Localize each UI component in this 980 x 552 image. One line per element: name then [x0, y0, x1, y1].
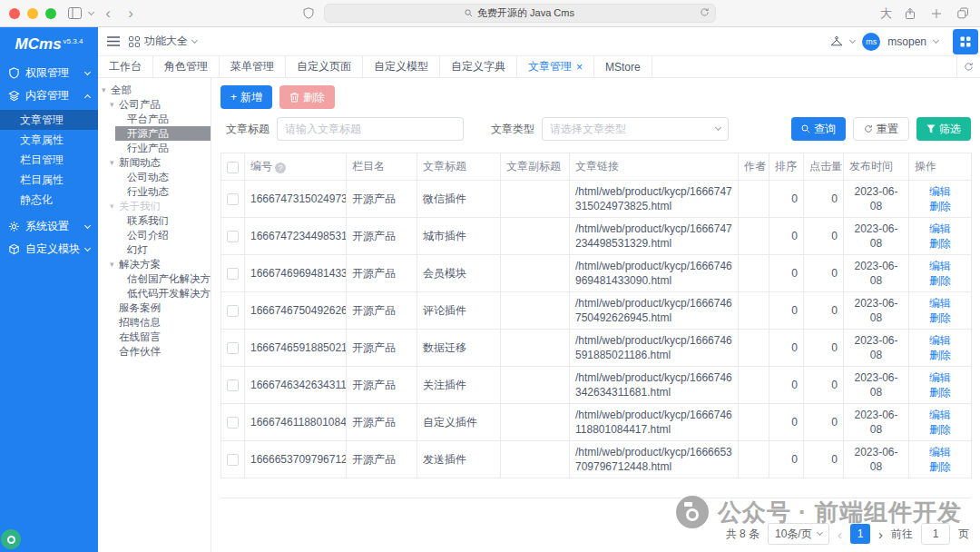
privacy-shield-icon[interactable]	[300, 5, 317, 23]
tree-node-平台产品[interactable]: 平台产品	[98, 112, 211, 126]
tab-自定义页面[interactable]: 自定义页面	[286, 56, 363, 77]
filter-button[interactable]: 筛选	[916, 117, 971, 141]
tab-自定义字典[interactable]: 自定义字典	[440, 56, 517, 77]
tree-node-行业动态[interactable]: 行业动态	[98, 184, 211, 199]
delete-link[interactable]: 删除	[929, 274, 951, 287]
tree-node-行业产品[interactable]: 行业产品	[98, 141, 211, 155]
tree-node-招聘信息[interactable]: 招聘信息	[98, 315, 211, 330]
sidebar-item-system[interactable]: 系统设置	[0, 215, 98, 238]
chat-float-button[interactable]	[1, 529, 21, 549]
tab-自定义模型[interactable]: 自定义模型	[363, 56, 440, 77]
tree-node-联系我们[interactable]: 联系我们	[98, 213, 211, 228]
tree-node-公司介绍[interactable]: 公司介绍	[98, 228, 211, 242]
sidebar-subitem-栏目管理[interactable]: 栏目管理	[0, 150, 98, 170]
row-checkbox[interactable]	[227, 305, 239, 317]
tree-node-合作伙伴[interactable]: 合作伙伴	[98, 344, 211, 359]
delete-link[interactable]: 删除	[929, 423, 951, 436]
tree-node-服务案例[interactable]: 服务案例	[98, 301, 211, 315]
tree-node-幻灯[interactable]: 幻灯	[98, 242, 211, 257]
tree-node-解决方案[interactable]: ▾解决方案	[98, 257, 211, 271]
avatar[interactable]: ms	[862, 33, 880, 51]
search-button[interactable]: 查询	[791, 117, 846, 141]
type-filter-select[interactable]: 请选择文章类型	[542, 117, 729, 141]
tab-文章管理[interactable]: 文章管理×	[517, 56, 594, 77]
tree-node-在线留言[interactable]: 在线留言	[98, 330, 211, 344]
username[interactable]: msopen	[887, 35, 926, 48]
delete-link[interactable]: 删除	[929, 386, 951, 399]
refresh-tab-button[interactable]	[956, 56, 980, 77]
sidebar-subitem-文章属性[interactable]: 文章属性	[0, 130, 98, 150]
theme-icon[interactable]	[830, 36, 843, 46]
edit-link[interactable]: 编辑	[929, 446, 951, 458]
edit-link[interactable]: 编辑	[929, 371, 951, 384]
tree-node-全部[interactable]: ▾全部	[98, 83, 211, 97]
tree-expand-icon[interactable]: ▾	[110, 199, 119, 213]
address-bar[interactable]: 免费开源的 Java Cms	[324, 4, 716, 23]
tab-MStore[interactable]: MStore	[594, 56, 652, 77]
sidebar-toggle-icon[interactable]	[66, 5, 83, 23]
tree-node-低代码开发解决方案[interactable]: 低代码开发解决方案	[98, 286, 211, 301]
row-checkbox[interactable]	[227, 342, 239, 354]
sidebar-item-permission[interactable]: 权限管理	[0, 62, 98, 84]
new-tab-icon[interactable]	[928, 5, 945, 23]
edit-link[interactable]: 编辑	[929, 260, 951, 272]
chevron-down-icon[interactable]	[88, 8, 94, 15]
tab-菜单管理[interactable]: 菜单管理	[220, 56, 286, 77]
sidebar-subitem-文章管理[interactable]: 文章管理	[0, 110, 98, 130]
sidebar-item-custom-module[interactable]: 自定义模块	[0, 238, 98, 261]
delete-link[interactable]: 删除	[929, 349, 951, 361]
edit-link[interactable]: 编辑	[929, 409, 951, 421]
reload-icon[interactable]	[700, 7, 710, 19]
reset-button[interactable]: 重置	[853, 117, 909, 141]
delete-button[interactable]: 删除	[279, 85, 335, 109]
edit-link[interactable]: 编辑	[929, 334, 951, 347]
sidebar-subitem-栏目属性[interactable]: 栏目属性	[0, 170, 98, 190]
edit-link[interactable]: 编辑	[929, 185, 951, 198]
current-page-button[interactable]: 1	[850, 524, 870, 544]
delete-link[interactable]: 删除	[929, 311, 951, 324]
share-icon[interactable]	[902, 5, 918, 23]
select-all-checkbox[interactable]	[227, 162, 239, 173]
tree-node-信创国产化解决方案[interactable]: 信创国产化解决方案	[98, 271, 211, 286]
tree-expand-icon[interactable]: ▾	[110, 97, 119, 112]
tree-expand-icon[interactable]: ▾	[102, 83, 111, 97]
edit-link[interactable]: 编辑	[929, 297, 951, 310]
row-checkbox[interactable]	[227, 417, 239, 429]
delete-link[interactable]: 删除	[929, 237, 951, 250]
back-button[interactable]: ‹	[100, 5, 116, 23]
help-icon[interactable]: ?	[275, 163, 286, 173]
tree-node-开源产品[interactable]: 开源产品	[115, 126, 211, 141]
prev-page-button[interactable]: ‹	[838, 527, 842, 542]
tree-node-关于我们[interactable]: ▾关于我们	[98, 199, 211, 213]
row-checkbox[interactable]	[227, 380, 239, 391]
goto-page-input[interactable]	[921, 523, 950, 545]
close-window-button[interactable]	[9, 8, 20, 19]
tab-overview-icon[interactable]	[955, 5, 971, 23]
edit-link[interactable]: 编辑	[929, 222, 951, 235]
row-checkbox[interactable]	[227, 454, 239, 466]
tab-角色管理[interactable]: 角色管理	[153, 56, 220, 77]
row-checkbox[interactable]	[227, 268, 239, 280]
tree-node-公司动态[interactable]: 公司动态	[98, 170, 211, 184]
delete-link[interactable]: 删除	[929, 200, 951, 212]
forward-button[interactable]: ›	[122, 5, 139, 23]
sidebar-subitem-静态化[interactable]: 静态化	[0, 190, 98, 210]
tab-工作台[interactable]: 工作台	[98, 56, 153, 77]
app-launcher-button[interactable]	[953, 29, 978, 54]
app-logo[interactable]: MCms v5.3.4	[0, 27, 98, 62]
row-checkbox[interactable]	[227, 193, 239, 205]
collapse-menu-icon[interactable]	[107, 36, 120, 46]
minimize-window-button[interactable]	[27, 8, 38, 19]
tree-expand-icon[interactable]: ▾	[110, 257, 119, 271]
page-size-select[interactable]: 10条/页	[768, 523, 829, 545]
delete-link[interactable]: 删除	[929, 460, 951, 473]
close-icon[interactable]: ×	[576, 62, 583, 73]
row-checkbox[interactable]	[227, 231, 239, 242]
title-filter-input[interactable]	[277, 117, 464, 141]
tree-node-公司产品[interactable]: ▾公司产品	[98, 97, 211, 112]
tree-expand-icon[interactable]: ▾	[110, 155, 119, 170]
tree-node-新闻动态[interactable]: ▾新闻动态	[98, 155, 211, 170]
next-page-button[interactable]: ›	[878, 527, 883, 542]
feature-menu-trigger[interactable]: 功能大全	[129, 34, 197, 49]
text-size-icon[interactable]: 大	[880, 5, 892, 22]
